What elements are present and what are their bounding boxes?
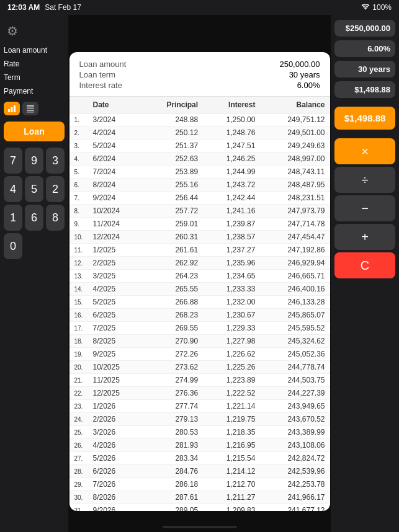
wifi-icon: [361, 4, 370, 11]
row-balance: 243,108.06: [260, 439, 330, 452]
table-row: 22. 12/2025 276.36 1,222.52 244,227.39: [69, 387, 330, 400]
numpad-3[interactable]: 8: [46, 205, 65, 231]
payment-label: Payment: [4, 87, 65, 95]
row-balance: 247,192.86: [260, 244, 330, 257]
numpad-6[interactable]: 2: [46, 176, 65, 202]
row-interest: 1,235.96: [203, 257, 260, 270]
table-row: 9. 11/2024 259.01 1,239.87 247,714.78: [69, 218, 330, 231]
row-num: 16.: [69, 309, 88, 322]
row-interest: 1,244.99: [203, 166, 260, 179]
row-balance: 244,503.75: [260, 374, 330, 387]
row-date: 8/2024: [88, 179, 142, 192]
table-row: 16. 6/2025 268.23 1,230.67 245,865.07: [69, 309, 330, 322]
numpad-8[interactable]: 9: [25, 148, 43, 174]
settings-icon[interactable]: ⚙: [4, 22, 21, 40]
divide-btn[interactable]: ÷: [334, 167, 395, 193]
right-term-value: 30 years: [334, 61, 395, 78]
right-rate-value: 6.00%: [334, 40, 395, 57]
row-principal: 272.26: [142, 348, 203, 361]
row-interest: 1,211.27: [203, 491, 260, 504]
row-balance: 243,949.65: [260, 400, 330, 413]
row-balance: 245,324.62: [260, 335, 330, 348]
row-interest: 1,226.62: [203, 348, 260, 361]
row-balance: 246,133.28: [260, 296, 330, 309]
row-balance: 245,052.36: [260, 348, 330, 361]
row-date: 6/2025: [88, 309, 142, 322]
amortization-table-container[interactable]: Date Principal Interest Balance 1. 3/202…: [69, 97, 330, 511]
loan-term-header-value: 30 years: [289, 70, 320, 79]
chart-tab-graph[interactable]: [4, 102, 20, 115]
row-num: 21.: [69, 374, 88, 387]
table-row: 31. 9/2026 289.05 1,209.83 241,677.12: [69, 504, 330, 512]
table-row: 24. 2/2026 279.13 1,219.75 243,670.52: [69, 413, 330, 426]
row-principal: 287.61: [142, 491, 203, 504]
row-principal: 273.62: [142, 361, 203, 374]
row-num: 18.: [69, 335, 88, 348]
chart-tab-table[interactable]: [22, 102, 38, 115]
numpad-2[interactable]: 6: [25, 205, 43, 231]
table-row: 1. 3/2024 248.88 1,250.00 249,751.12: [69, 113, 330, 126]
row-principal: 250.12: [142, 126, 203, 140]
table-row: 14. 4/2025 265.55 1,233.33 246,400.16: [69, 283, 330, 296]
row-num: 20.: [69, 361, 88, 374]
row-principal: 269.55: [142, 322, 203, 335]
row-principal: 286.18: [142, 478, 203, 491]
loan-button[interactable]: Loan: [4, 122, 65, 141]
loan-term-header-label: Loan term: [79, 70, 116, 79]
status-time: 12:03 AM: [7, 3, 40, 12]
row-num: 24.: [69, 413, 88, 426]
row-interest: 1,247.51: [203, 140, 260, 153]
row-interest: 1,223.89: [203, 374, 260, 387]
row-principal: 276.36: [142, 387, 203, 400]
multiply-btn[interactable]: ×: [334, 138, 395, 164]
term-label: Term: [4, 73, 65, 82]
clear-btn[interactable]: C: [334, 252, 395, 278]
row-date: 8/2025: [88, 335, 142, 348]
row-principal: 265.55: [142, 283, 203, 296]
row-principal: 277.74: [142, 400, 203, 413]
battery-indicator: 100%: [372, 3, 392, 12]
subtract-btn[interactable]: −: [334, 195, 395, 221]
row-balance: 249,249.63: [260, 140, 330, 153]
svg-rect-1: [11, 107, 13, 112]
row-balance: 241,966.17: [260, 491, 330, 504]
numpad-0[interactable]: 0: [4, 233, 22, 259]
row-num: 5.: [69, 166, 88, 179]
row-principal: 252.63: [142, 153, 203, 166]
row-principal: 253.89: [142, 166, 203, 179]
table-row: 26. 4/2026 281.93 1,216.95 243,108.06: [69, 439, 330, 452]
row-balance: 242,253.78: [260, 478, 330, 491]
row-interest: 1,225.26: [203, 361, 260, 374]
row-principal: 257.72: [142, 205, 203, 218]
row-num: 22.: [69, 387, 88, 400]
row-date: 10/2025: [88, 361, 142, 374]
chart-icon: [7, 104, 16, 113]
numpad-4[interactable]: 4: [4, 176, 22, 202]
numpad-5[interactable]: 5: [25, 176, 43, 202]
row-date: 5/2024: [88, 140, 142, 153]
row-date: 11/2024: [88, 218, 142, 231]
row-interest: 1,212.70: [203, 478, 260, 491]
row-num: 15.: [69, 296, 88, 309]
row-interest: 1,230.67: [203, 309, 260, 322]
modal-overlay: Loan amount 250,000.00 Loan term 30 year…: [68, 15, 331, 532]
row-interest: 1,234.65: [203, 270, 260, 283]
row-num: 30.: [69, 491, 88, 504]
row-date: 3/2025: [88, 270, 142, 283]
add-btn[interactable]: +: [334, 224, 395, 250]
row-date: 4/2025: [88, 283, 142, 296]
table-row: 25. 3/2026 280.53 1,218.35 243,389.99: [69, 426, 330, 439]
row-balance: 248,487.95: [260, 179, 330, 192]
row-num: 1.: [69, 113, 88, 126]
table-icon: [26, 104, 35, 113]
table-row: 11. 1/2025 261.61 1,237.27 247,192.86: [69, 244, 330, 257]
row-balance: 246,400.16: [260, 283, 330, 296]
numpad-7[interactable]: 7: [4, 148, 22, 174]
table-row: 27. 5/2026 283.34 1,215.54 242,824.72: [69, 452, 330, 465]
row-interest: 1,241.16: [203, 205, 260, 218]
numpad-9[interactable]: 3: [46, 148, 65, 174]
numpad-1[interactable]: 1: [4, 205, 22, 231]
row-interest: 1,238.57: [203, 231, 260, 244]
table-row: 7. 9/2024 256.44 1,242.44 248,231.51: [69, 192, 330, 205]
row-num: 11.: [69, 244, 88, 257]
